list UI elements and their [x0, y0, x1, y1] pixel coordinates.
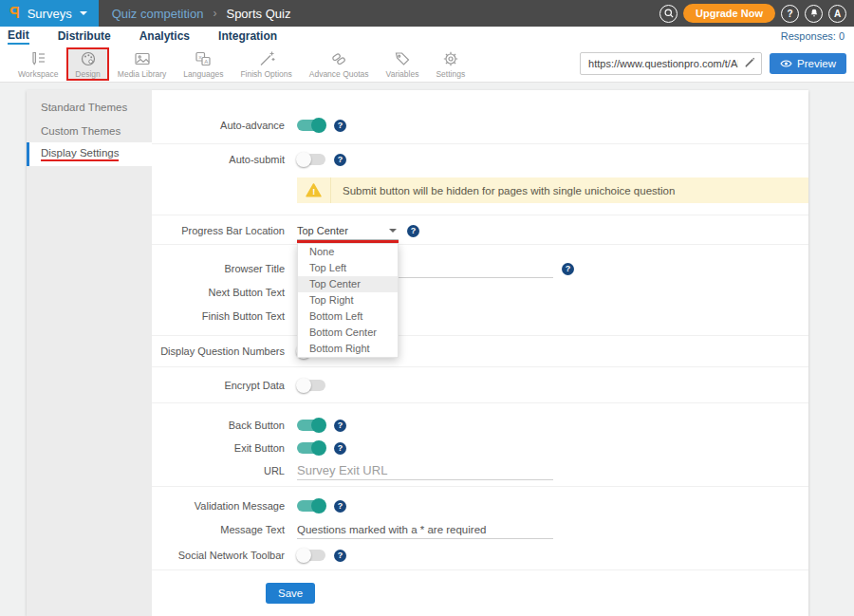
sidebar-item-standard-themes[interactable]: Standard Themes — [27, 95, 152, 119]
finish-button-text-row: Finish Button Text — [152, 305, 808, 327]
dropdown-option-top-right[interactable]: Top Right — [298, 292, 398, 308]
divider — [152, 143, 808, 144]
toolbar-item-languages[interactable]: xA Languages — [175, 48, 232, 80]
dropdown-option-top-center[interactable]: Top Center — [298, 276, 398, 292]
tag-icon — [393, 49, 412, 68]
sidebar-item-custom-themes[interactable]: Custom Themes — [27, 119, 152, 142]
breadcrumb-separator: › — [213, 7, 216, 20]
sidebar-item-display-settings[interactable]: Display Settings — [27, 142, 152, 166]
breadcrumb: Quiz competition › Sports Quiz — [112, 7, 291, 21]
upgrade-now-button[interactable]: Upgrade Now — [683, 4, 775, 23]
dropdown-option-bottom-right[interactable]: Bottom Right — [298, 341, 398, 357]
themes-sidebar: Standard Themes Custom Themes Display Se… — [27, 90, 152, 616]
tab-integration[interactable]: Integration — [218, 28, 277, 44]
dropdown-option-none[interactable]: None — [298, 244, 398, 260]
next-button-text-row: Next Button Text — [152, 281, 808, 304]
magic-wand-icon — [257, 49, 276, 68]
exit-button-row: Exit Button ? — [152, 437, 808, 459]
chevron-down-icon — [389, 229, 397, 233]
dropdown-option-bottom-center[interactable]: Bottom Center — [298, 325, 398, 341]
share-url-input[interactable] — [588, 58, 738, 69]
message-text-input[interactable] — [297, 521, 553, 539]
display-settings-panel: Auto-advance ? Auto-submit ? ! Submit bu… — [152, 90, 808, 616]
help-icon[interactable]: ? — [334, 550, 346, 562]
encrypt-data-row: Encrypt Data — [152, 374, 808, 397]
design-palette-icon — [79, 49, 98, 68]
survey-nav: Edit Distribute Analytics Integration Re… — [0, 27, 854, 46]
edit-toolbar: Workspace Design Media Library xA Langua… — [0, 46, 854, 83]
share-url-field — [580, 52, 762, 75]
divider — [152, 335, 808, 336]
warning-triangle-icon: ! — [306, 183, 322, 197]
search-button[interactable] — [659, 5, 678, 23]
search-icon — [663, 8, 675, 19]
workspace-icon — [28, 49, 47, 68]
help-icon[interactable]: ? — [334, 120, 346, 132]
tab-edit[interactable]: Edit — [8, 28, 29, 45]
social-network-toolbar-toggle[interactable] — [297, 550, 325, 561]
progress-bar-location-row: Progress Bar Location Top Center None To… — [152, 219, 808, 242]
tab-distribute[interactable]: Distribute — [58, 28, 111, 44]
browser-title-row: Browser Title ? — [152, 257, 808, 280]
responses-count[interactable]: Responses: 0 — [781, 30, 845, 42]
divider — [152, 215, 808, 215]
dropdown-option-bottom-left[interactable]: Bottom Left — [298, 308, 398, 325]
auto-advance-toggle[interactable] — [297, 120, 325, 131]
auto-submit-row: Auto-submit ? — [152, 148, 808, 171]
languages-icon: xA — [194, 49, 213, 68]
design-settings-card: Standard Themes Custom Themes Display Se… — [27, 90, 808, 616]
encrypt-data-toggle[interactable] — [297, 380, 325, 391]
help-icon[interactable]: ? — [334, 420, 346, 432]
message-text-row: Message Text — [152, 518, 808, 541]
notifications-button[interactable] — [805, 5, 823, 23]
toolbar-item-variables[interactable]: Variables — [378, 48, 428, 80]
tab-analytics[interactable]: Analytics — [139, 28, 190, 44]
auto-submit-toggle[interactable] — [297, 154, 325, 165]
questionpro-logo: P — [9, 6, 20, 21]
divider — [152, 244, 808, 245]
progress-bar-location-dropdown: None Top Left Top Center Top Right Botto… — [297, 243, 399, 358]
validation-message-row: Validation Message ? — [152, 495, 808, 517]
top-bar: P Surveys Quiz competition › Sports Quiz… — [0, 0, 854, 27]
validation-message-toggle[interactable] — [297, 500, 325, 512]
display-question-numbers-row: Display Question Numbers — [152, 340, 808, 363]
eye-icon — [780, 59, 792, 68]
edit-url-pencil-icon[interactable] — [744, 55, 755, 72]
surveys-menu-label: Surveys — [28, 7, 72, 21]
help-icon[interactable]: ? — [407, 225, 419, 237]
back-button-toggle[interactable] — [297, 420, 325, 431]
chevron-down-icon — [80, 11, 87, 15]
gear-icon — [441, 49, 460, 68]
toolbar-item-media-library[interactable]: Media Library — [109, 48, 176, 80]
social-network-toolbar-row: Social Network Toolbar ? — [152, 544, 808, 567]
media-library-icon — [133, 49, 152, 68]
app-logo-menu[interactable]: P Surveys — [0, 0, 99, 27]
toolbar-item-design[interactable]: Design — [66, 47, 108, 81]
toolbar-item-workspace[interactable]: Workspace — [9, 48, 66, 80]
breadcrumb-survey-name: Sports Quiz — [226, 7, 290, 21]
submit-hidden-warning: ! Submit button will be hidden for pages… — [297, 177, 808, 203]
toolbar-item-finish-options[interactable]: Finish Options — [232, 48, 300, 80]
progress-bar-location-select[interactable]: Top Center — [297, 222, 399, 240]
svg-text:A: A — [205, 58, 209, 64]
exit-button-toggle[interactable] — [297, 442, 325, 454]
help-icon[interactable]: ? — [334, 500, 346, 513]
help-icon[interactable]: ? — [562, 263, 574, 275]
help-button[interactable]: ? — [781, 5, 799, 23]
toolbar-item-advance-quotas[interactable]: Advance Quotas — [301, 48, 378, 80]
divider — [152, 486, 808, 487]
help-icon[interactable]: ? — [334, 154, 346, 166]
breadcrumb-folder[interactable]: Quiz competition — [112, 7, 204, 21]
bell-icon — [808, 8, 820, 19]
preview-button[interactable]: Preview — [770, 53, 846, 74]
avatar[interactable]: A — [828, 5, 846, 23]
save-button[interactable]: Save — [266, 583, 315, 604]
divider — [152, 569, 808, 570]
toolbar-item-settings[interactable]: Settings — [427, 48, 473, 80]
divider — [152, 402, 808, 403]
help-icon[interactable]: ? — [334, 442, 346, 455]
auto-advance-row: Auto-advance ? — [152, 114, 808, 137]
exit-url-input[interactable] — [297, 462, 553, 480]
dropdown-option-top-left[interactable]: Top Left — [298, 260, 398, 276]
exit-url-row: URL — [152, 459, 808, 482]
